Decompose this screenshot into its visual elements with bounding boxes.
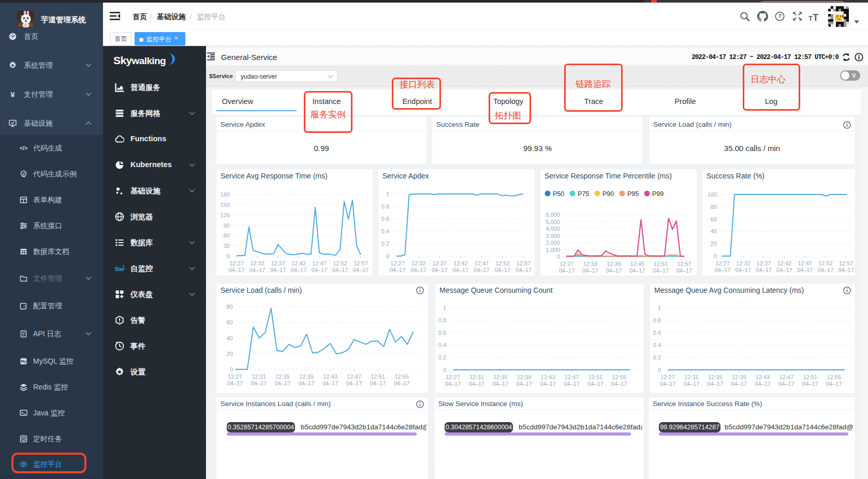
svg-text:12:39: 12:39 — [517, 374, 532, 380]
svg-text:12:37: 12:37 — [432, 260, 447, 266]
svg-text:12:43: 12:43 — [756, 374, 770, 380]
svg-text:0.2: 0.2 — [653, 354, 661, 361]
svg-text:1: 1 — [386, 191, 389, 197]
svg-text:04–17: 04–17 — [778, 381, 795, 387]
svg-text:40: 40 — [711, 228, 717, 234]
svg-text:04–17: 04–17 — [731, 381, 747, 387]
svg-text:04–17: 04–17 — [270, 267, 286, 273]
svg-text:0.6: 0.6 — [653, 330, 661, 336]
svg-text:04–17: 04–17 — [755, 381, 771, 387]
svg-text:12:57: 12:57 — [677, 261, 692, 267]
svg-text:04–17: 04–17 — [802, 381, 818, 387]
svg-text:Sw: Sw — [115, 266, 124, 272]
svg-text:12:32: 12:32 — [736, 260, 751, 266]
svg-text:12:39: 12:39 — [299, 373, 314, 380]
svg-text:12:51: 12:51 — [803, 374, 818, 380]
svg-text:12:43: 12:43 — [541, 374, 555, 380]
svg-text:12:47: 12:47 — [312, 260, 327, 266]
svg-text:T: T — [813, 12, 819, 22]
svg-text:12:51: 12:51 — [589, 374, 603, 380]
svg-text:04–17: 04–17 — [432, 267, 448, 273]
svg-text:04–17: 04–17 — [684, 381, 700, 387]
svg-text:04–17: 04–17 — [346, 380, 362, 386]
svg-text:12:31: 12:31 — [684, 374, 699, 380]
svg-text:04–17: 04–17 — [370, 380, 386, 386]
svg-text:0.2: 0.2 — [438, 354, 446, 361]
svg-text:04–17: 04–17 — [516, 267, 532, 273]
svg-text:12:52: 12:52 — [818, 260, 833, 266]
svg-text:80: 80 — [227, 304, 233, 310]
svg-text:04–17: 04–17 — [516, 381, 532, 387]
svg-text:04–17: 04–17 — [587, 381, 604, 387]
svg-text:P95: P95 — [627, 190, 639, 198]
svg-text:12:52: 12:52 — [333, 260, 347, 266]
svg-text:12:55: 12:55 — [394, 373, 409, 380]
svg-text:P50: P50 — [553, 190, 564, 198]
svg-text:150: 150 — [220, 202, 230, 208]
svg-text:04–17: 04–17 — [474, 267, 490, 273]
svg-text:0.4: 0.4 — [653, 342, 661, 348]
svg-text:04–17: 04–17 — [312, 267, 328, 273]
svg-text:12:27: 12:27 — [229, 260, 244, 266]
svg-text:04–17: 04–17 — [818, 267, 834, 273]
svg-text:12:35: 12:35 — [275, 373, 290, 380]
svg-text:12:39: 12:39 — [607, 261, 621, 267]
svg-text:04–17: 04–17 — [275, 380, 291, 386]
svg-text:3,000: 3,000 — [546, 233, 560, 239]
svg-text:12:39: 12:39 — [732, 374, 746, 380]
svg-text:04–17: 04–17 — [249, 267, 266, 273]
svg-text:04–17: 04–17 — [606, 267, 622, 274]
svg-text:04–17: 04–17 — [611, 381, 627, 387]
svg-text:0: 0 — [227, 253, 230, 259]
svg-text:04–17: 04–17 — [299, 380, 315, 386]
svg-text:12:47: 12:47 — [475, 260, 489, 266]
svg-text:12:42: 12:42 — [453, 260, 468, 266]
svg-text:20: 20 — [711, 241, 717, 247]
svg-text:60: 60 — [227, 319, 233, 325]
svg-text:0: 0 — [658, 367, 661, 373]
svg-text:40: 40 — [227, 335, 233, 341]
svg-text:0.8: 0.8 — [653, 317, 661, 323]
svg-text:0.6: 0.6 — [438, 330, 446, 336]
svg-text:04–17: 04–17 — [629, 267, 645, 274]
svg-text:12:57: 12:57 — [517, 260, 531, 266]
svg-text:2,000: 2,000 — [546, 240, 560, 246]
svg-text:04–17: 04–17 — [251, 380, 267, 386]
svg-text:P75: P75 — [578, 190, 589, 198]
svg-text:04–17: 04–17 — [227, 380, 243, 386]
svg-text:P99: P99 — [652, 190, 664, 198]
svg-text:4,000: 4,000 — [546, 226, 560, 232]
svg-text:12:27: 12:27 — [715, 260, 730, 266]
svg-text:100: 100 — [708, 191, 717, 198]
svg-text:04–17: 04–17 — [797, 267, 813, 273]
svg-text:0: 0 — [386, 253, 389, 259]
svg-text:12:51: 12:51 — [371, 373, 385, 380]
svg-text:04–17: 04–17 — [582, 267, 598, 274]
svg-text:6,000: 6,000 — [546, 212, 560, 218]
svg-text:12:42: 12:42 — [291, 260, 306, 266]
svg-text:My: My — [21, 359, 26, 364]
svg-text:0: 0 — [230, 366, 233, 372]
svg-text:180: 180 — [220, 191, 230, 198]
svg-text:20: 20 — [227, 351, 233, 357]
svg-text:04–17: 04–17 — [708, 381, 724, 387]
svg-text:90: 90 — [224, 222, 230, 229]
svg-text:120: 120 — [220, 212, 230, 218]
svg-text:04–17: 04–17 — [394, 380, 410, 386]
svg-text:04–17: 04–17 — [660, 381, 676, 387]
svg-text:12:57: 12:57 — [839, 260, 854, 266]
svg-text:04–17: 04–17 — [410, 267, 426, 273]
svg-text:1,000: 1,000 — [546, 247, 560, 253]
svg-text:?: ? — [778, 13, 782, 19]
svg-text:30: 30 — [224, 243, 230, 249]
svg-text:12:35: 12:35 — [708, 374, 723, 380]
svg-text:04–17: 04–17 — [826, 381, 842, 387]
svg-text:12:51: 12:51 — [654, 261, 668, 267]
svg-text:04–17: 04–17 — [291, 267, 307, 273]
svg-text:12:45: 12:45 — [630, 261, 644, 267]
svg-text:12:37: 12:37 — [271, 260, 285, 266]
svg-text:¥: ¥ — [10, 91, 15, 98]
svg-text:0.4: 0.4 — [438, 342, 446, 348]
svg-text:12:57: 12:57 — [354, 260, 368, 266]
svg-text:12:35: 12:35 — [493, 374, 508, 380]
